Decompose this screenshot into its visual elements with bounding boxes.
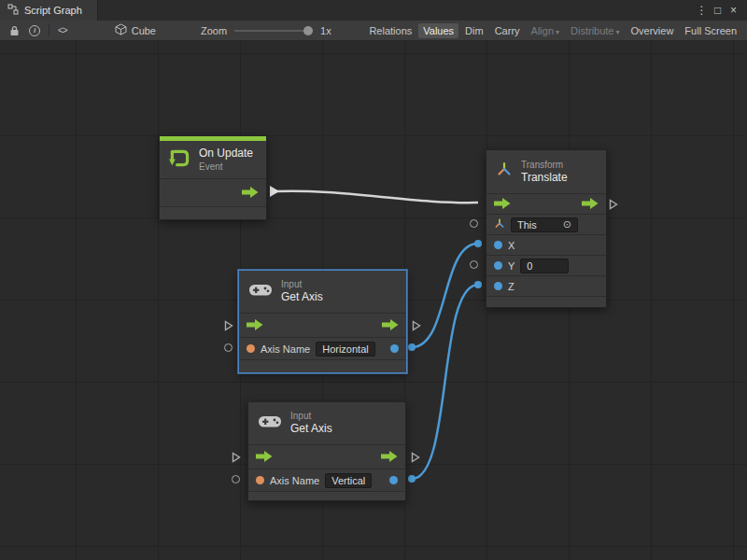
- object-picker-icon[interactable]: ⊙: [556, 218, 571, 231]
- zoom-slider-handle[interactable]: [303, 26, 313, 35]
- fullscreen-button[interactable]: Full Screen: [680, 23, 741, 38]
- node-subtitle: Event: [199, 161, 253, 173]
- graph-target-label: Cube: [132, 25, 156, 36]
- control-output-outer-triangle-icon[interactable]: [609, 197, 618, 214]
- x-port-label: X: [508, 240, 514, 251]
- this-value: This: [517, 219, 537, 231]
- axis-name-field[interactable]: Horizontal: [316, 342, 375, 357]
- values-button[interactable]: Values: [418, 23, 458, 38]
- axis-name-outer-port-circle[interactable]: [224, 343, 233, 352]
- control-output-row: [160, 178, 266, 206]
- control-output-port[interactable]: [382, 317, 399, 334]
- control-ports-row: [248, 444, 405, 469]
- carry-button[interactable]: Carry: [490, 23, 525, 38]
- gamepad-icon: [248, 282, 273, 301]
- wire-horizontal-to-x[interactable]: [412, 244, 478, 347]
- dim-button[interactable]: Dim: [460, 23, 488, 38]
- close-icon[interactable]: ×: [726, 0, 741, 21]
- this-object-field[interactable]: This ⊙: [511, 217, 578, 232]
- node-footer: [248, 491, 405, 500]
- this-port-row: This ⊙: [486, 214, 606, 234]
- control-output-port[interactable]: [381, 449, 398, 466]
- align-button[interactable]: Align▾: [527, 23, 564, 38]
- y-input-port[interactable]: [494, 261, 502, 270]
- control-ports-row: [239, 313, 406, 337]
- toolbar-separator: [49, 24, 49, 36]
- overview-button[interactable]: Overview: [627, 23, 679, 38]
- wire-endpoint-dot: [474, 240, 482, 247]
- y-value-field[interactable]: 0: [520, 259, 569, 273]
- transform-icon: [496, 161, 513, 182]
- on-update-loop-icon: [169, 148, 190, 172]
- control-input-outer-triangle-icon[interactable]: [224, 318, 233, 335]
- y-port-label: Y: [508, 260, 514, 272]
- x-input-port[interactable]: [494, 241, 502, 249]
- wire-endpoint-dot: [474, 281, 482, 288]
- relations-button[interactable]: Relations: [364, 23, 416, 38]
- z-input-port[interactable]: [494, 282, 502, 290]
- axis-name-value: Horizontal: [322, 343, 369, 355]
- menu-icon[interactable]: ⋮: [694, 0, 710, 21]
- node-title: Translate: [521, 171, 568, 186]
- axis-name-outer-port-circle[interactable]: [232, 475, 240, 483]
- graph-toolbar: i <> Cube Zoom 1x Relations Values Dim C…: [0, 21, 747, 41]
- result-output-port[interactable]: [389, 476, 398, 484]
- axis-name-field[interactable]: Vertical: [325, 473, 372, 488]
- control-ports-row: [486, 193, 606, 214]
- axis-name-input-port[interactable]: [247, 344, 255, 353]
- node-transform-translate[interactable]: Transform Translate This: [486, 149, 607, 308]
- node-header: Transform Translate: [486, 150, 606, 193]
- zoom-control: Zoom 1x: [201, 25, 331, 36]
- y-outer-port-circle[interactable]: [470, 260, 478, 269]
- node-footer: [486, 296, 606, 307]
- node-get-axis-vertical[interactable]: Input Get Axis Axis Name Vertical: [247, 401, 406, 501]
- axis-name-row: Axis Name Vertical: [248, 469, 405, 491]
- node-footer: [239, 359, 406, 372]
- control-input-port[interactable]: [494, 196, 511, 213]
- node-title: On Update: [199, 147, 253, 161]
- this-outer-port-circle[interactable]: [470, 219, 478, 228]
- transform-mini-icon: [494, 217, 505, 233]
- control-input-port[interactable]: [247, 317, 263, 334]
- info-icon[interactable]: i: [24, 25, 45, 36]
- control-input-port[interactable]: [256, 449, 273, 466]
- tab-script-graph[interactable]: Script Graph: [0, 0, 98, 21]
- node-title: Get Axis: [290, 422, 332, 437]
- z-port-row: Z: [486, 275, 606, 296]
- graph-target[interactable]: Cube: [115, 23, 156, 37]
- tab-title: Script Graph: [24, 5, 82, 16]
- code-view-icon[interactable]: <>: [53, 25, 72, 35]
- node-header: Input Get Axis: [239, 271, 406, 313]
- wire-vertical-to-z[interactable]: [412, 285, 478, 479]
- control-input-outer-triangle-icon[interactable]: [232, 450, 241, 467]
- graph-canvas[interactable]: On Update Event Transform Transl: [0, 41, 747, 560]
- control-output-outer-triangle-icon[interactable]: [411, 450, 420, 467]
- wire-endpoint-dot: [408, 343, 416, 351]
- node-title: Get Axis: [281, 290, 323, 305]
- align-label: Align: [531, 25, 554, 36]
- node-on-update-event[interactable]: On Update Event: [159, 135, 267, 220]
- maximize-icon[interactable]: □: [710, 0, 726, 21]
- node-header: Input Get Axis: [248, 402, 405, 444]
- node-category: Transform: [521, 159, 568, 171]
- y-value: 0: [527, 260, 532, 272]
- control-output-port[interactable]: [582, 196, 599, 213]
- result-output-port[interactable]: [390, 344, 399, 353]
- node-header: On Update Event: [160, 141, 266, 178]
- zoom-label: Zoom: [201, 25, 227, 36]
- script-graph-icon: [7, 4, 19, 17]
- lock-icon[interactable]: [5, 25, 24, 36]
- axis-name-label: Axis Name: [270, 475, 319, 486]
- wire-endpoint-dot: [408, 475, 416, 483]
- zoom-slider[interactable]: [234, 30, 313, 32]
- z-port-label: Z: [508, 281, 514, 292]
- wire-control-onupdate-translate[interactable]: [276, 191, 478, 203]
- control-output-outer-triangle-icon[interactable]: [412, 318, 421, 335]
- distribute-button[interactable]: Distribute▾: [566, 23, 624, 38]
- control-output-port[interactable]: [242, 185, 259, 202]
- node-get-axis-horizontal[interactable]: Input Get Axis Axis Name Horizontal: [238, 270, 407, 373]
- distribute-label: Distribute: [571, 25, 613, 36]
- window-titlebar: Script Graph ⋮ □ ×: [0, 0, 747, 21]
- axis-name-input-port[interactable]: [256, 476, 264, 484]
- x-port-row: X: [486, 234, 606, 255]
